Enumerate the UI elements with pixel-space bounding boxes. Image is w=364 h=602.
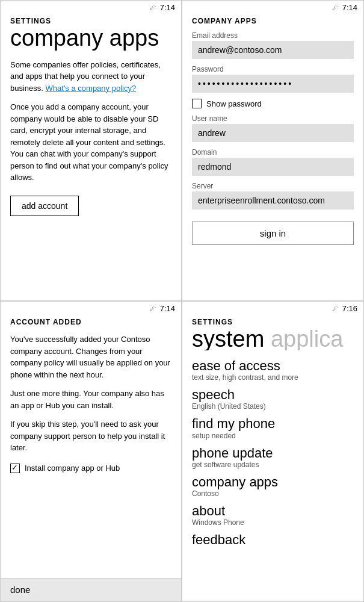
- signal-icon-p1: ☄: [150, 4, 156, 12]
- done-bar: done: [1, 578, 181, 601]
- settings-item-title: about: [192, 504, 354, 518]
- settings-list-item[interactable]: feedback: [192, 533, 354, 547]
- settings-item-subtitle: Windows Phone: [192, 518, 354, 527]
- show-password-label: Show password: [206, 99, 262, 108]
- account-added-body3: If you skip this step, you'll need to as…: [10, 418, 171, 454]
- username-input[interactable]: [192, 124, 354, 142]
- settings-list-item[interactable]: company appsContoso: [192, 475, 354, 498]
- status-bar-p3: ☄ 7:14: [1, 302, 181, 314]
- body-text-1: Some companies offer policies, certifica…: [10, 59, 171, 95]
- settings-item-title: speech: [192, 388, 354, 402]
- system-title-fade: applica: [264, 327, 343, 350]
- body-text-2: Once you add a company account, your com…: [10, 101, 171, 184]
- settings-item-subtitle: Contoso: [192, 489, 354, 498]
- done-button[interactable]: done: [10, 585, 30, 595]
- account-added-label: ACCOUNT ADDED: [10, 318, 171, 326]
- status-bar-p2: ☄ 7:14: [182, 1, 363, 13]
- settings-item-title: ease of access: [192, 359, 354, 373]
- panel-account-added: ☄ 7:14 ACCOUNT ADDED You've successfully…: [0, 301, 182, 602]
- settings-list-item[interactable]: find my phonesetup needed: [192, 417, 354, 439]
- show-password-checkbox[interactable]: [192, 99, 202, 108]
- settings-item-subtitle: text size, high contrast, and more: [192, 373, 354, 382]
- password-label: Password: [192, 65, 354, 73]
- company-apps-title: company apps: [10, 26, 171, 51]
- settings-list-item[interactable]: ease of accesstext size, high contrast, …: [192, 359, 354, 382]
- policy-link[interactable]: What's a company policy?: [46, 84, 137, 93]
- install-label: Install company app or Hub: [25, 464, 120, 473]
- domain-label: Domain: [192, 148, 354, 157]
- password-group: Password: [192, 65, 354, 93]
- sign-in-button[interactable]: sign in: [192, 222, 354, 245]
- server-group: Server: [192, 182, 354, 209]
- status-time-p2: 7:14: [342, 3, 357, 12]
- settings-list-item[interactable]: aboutWindows Phone: [192, 504, 354, 527]
- password-input[interactable]: [192, 75, 354, 93]
- settings-item-subtitle: get software updates: [192, 461, 354, 469]
- panel-company-apps-settings: ☄ 7:14 SETTINGS company apps Some compan…: [0, 0, 182, 301]
- settings-item-title: find my phone: [192, 417, 354, 431]
- settings-label-p1: SETTINGS: [10, 17, 171, 25]
- settings-item-subtitle: English (United States): [192, 402, 354, 411]
- email-group: Email address: [192, 31, 354, 59]
- account-added-body1: You've successfully added your Contoso c…: [10, 334, 171, 380]
- settings-list-item[interactable]: speechEnglish (United States): [192, 388, 354, 411]
- system-title-main: system: [192, 327, 264, 350]
- panel-company-apps-form: ☄ 7:14 COMPANY APPS Email address Passwo…: [182, 0, 364, 301]
- show-password-row: Show password: [192, 99, 354, 108]
- email-input[interactable]: [192, 41, 354, 59]
- settings-item-subtitle: setup needed: [192, 432, 354, 440]
- signal-icon-p3: ☄: [150, 305, 156, 313]
- email-label: Email address: [192, 31, 354, 40]
- settings-item-title: feedback: [192, 533, 354, 547]
- domain-group: Domain: [192, 148, 354, 176]
- settings-items: ease of accesstext size, high contrast, …: [192, 359, 354, 547]
- add-account-button[interactable]: add account: [10, 196, 79, 216]
- status-time-p1: 7:14: [160, 3, 175, 12]
- signal-icon-p4: ☄: [332, 305, 339, 313]
- panel-settings-system: ☄ 7:16 SETTINGS system applica ease of a…: [182, 301, 364, 602]
- account-added-body2: Just one more thing. Your company also h…: [10, 388, 171, 411]
- signal-icon-p2: ☄: [332, 4, 339, 12]
- status-time-p4: 7:16: [342, 304, 357, 313]
- system-title: system applica: [192, 327, 354, 350]
- username-group: User name: [192, 114, 354, 142]
- settings-label-p4: SETTINGS: [192, 318, 354, 326]
- username-label: User name: [192, 114, 354, 123]
- screen-grid: ☄ 7:14 SETTINGS company apps Some compan…: [0, 0, 364, 602]
- settings-item-title: company apps: [192, 475, 354, 489]
- domain-input[interactable]: [192, 158, 354, 176]
- status-time-p3: 7:14: [160, 304, 175, 313]
- install-row: Install company app or Hub: [10, 464, 171, 473]
- company-apps-form-label: COMPANY APPS: [192, 17, 354, 25]
- server-label: Server: [192, 182, 354, 190]
- status-bar-p4: ☄ 7:16: [182, 302, 363, 314]
- status-bar-p1: ☄ 7:14: [1, 1, 181, 13]
- settings-list-item[interactable]: phone updateget software updates: [192, 446, 354, 469]
- settings-item-title: phone update: [192, 446, 354, 461]
- install-checkbox[interactable]: [10, 464, 20, 473]
- server-input[interactable]: [192, 191, 354, 209]
